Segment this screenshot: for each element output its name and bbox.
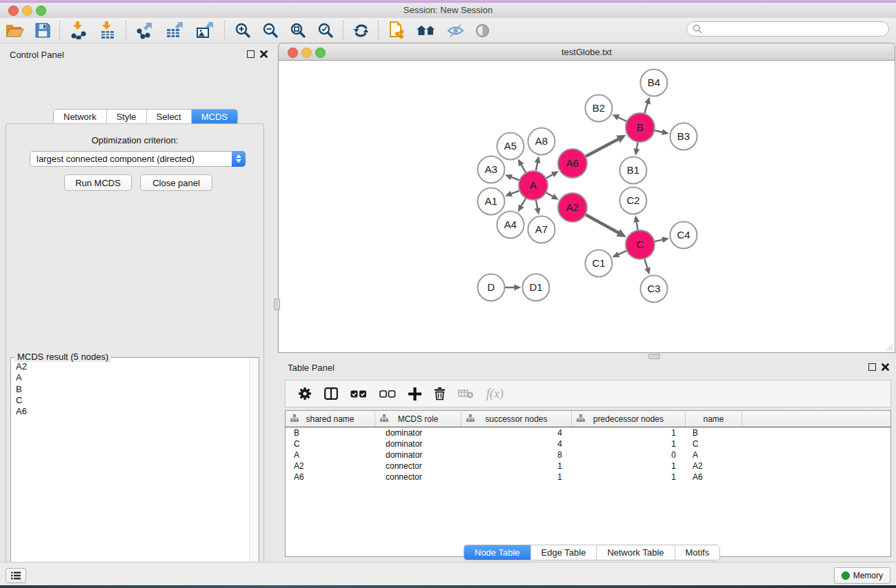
delete-columns-icon[interactable] (434, 387, 446, 401)
tab-mcds[interactable]: MCDS (191, 110, 237, 124)
mcds-result-item[interactable]: A2 (12, 361, 249, 372)
zoom-in-icon (235, 22, 251, 39)
function-builder-icon[interactable]: f(x) (486, 387, 504, 401)
tab-edge-table[interactable]: Edge Table (530, 545, 597, 560)
column-header-MCDS-role[interactable]: MCDS role (375, 411, 461, 427)
tab-network-table[interactable]: Network Table (596, 545, 674, 560)
search-input[interactable] (706, 23, 888, 34)
float-table-panel-icon[interactable] (868, 363, 876, 371)
list-icon (11, 571, 21, 580)
horizontal-splitter-handle[interactable] (274, 298, 280, 310)
graph-edge-arrowhead (515, 285, 521, 291)
export-image-button[interactable] (190, 20, 221, 41)
column-header-predecessor-nodes[interactable]: predecessor nodes (572, 411, 686, 427)
import-network-button[interactable] (64, 20, 93, 41)
graph-edge-arrowhead (644, 267, 650, 275)
show-eye-button[interactable] (470, 20, 495, 41)
open-file-button[interactable] (0, 20, 30, 41)
column-header-successor-nodes[interactable]: successor nodes (461, 411, 572, 427)
graph-edge-arrowhead (535, 156, 541, 163)
graph-node-label: A4 (504, 219, 517, 230)
memory-label: Memory (853, 571, 883, 580)
tab-style[interactable]: Style (106, 110, 146, 124)
refresh-icon (353, 23, 369, 39)
memory-button[interactable]: Memory (834, 567, 890, 584)
table-panel-tabs: Node Table Edge Table Network Table Moti… (464, 545, 720, 560)
mcds-result-list: A2ABCA6 (12, 361, 249, 588)
mcds-result-item[interactable]: C (12, 395, 249, 406)
graph-node-label: A5 (504, 140, 517, 152)
table-cell: 8 (461, 450, 572, 460)
memory-status-dot (842, 571, 850, 580)
mcds-result-item[interactable]: B (12, 384, 249, 395)
toolbar-separator (126, 21, 127, 40)
close-panel-button[interactable]: Close panel (140, 174, 212, 191)
table-row[interactable]: A2connector11A2 (286, 460, 890, 472)
table-cell: A (286, 450, 375, 460)
table-cell: 1 (461, 472, 572, 482)
table-cell: dominator (375, 450, 461, 460)
settings-gear-icon[interactable] (298, 387, 312, 401)
network-canvas[interactable]: B4B2BB3A5A8A6A3B1AC2A1A2A4A7C4CC1DD1C3 (278, 61, 895, 353)
toolbar-separator (343, 21, 344, 40)
network-snapshot-button[interactable] (383, 20, 411, 41)
home-layouts-button[interactable] (411, 20, 441, 41)
table-row[interactable]: A6connector11A6 (286, 472, 890, 483)
network-snapshot-icon (388, 21, 406, 40)
dropdown-stepper (232, 151, 246, 167)
tab-network[interactable]: Network (54, 110, 106, 124)
mcds-result-item[interactable]: A6 (12, 406, 249, 417)
column-header-shared-name[interactable]: shared name (286, 411, 375, 427)
column-layout-icon[interactable] (324, 387, 338, 400)
close-panel-icon[interactable] (260, 50, 268, 58)
export-network-button[interactable] (130, 20, 160, 41)
import-table-button[interactable] (93, 20, 122, 41)
graph-edge-arrowhead (633, 215, 639, 223)
window-resize-grip[interactable] (885, 343, 893, 351)
table-cell: A2 (286, 461, 375, 471)
task-history-button[interactable] (6, 568, 26, 583)
table-cell: A6 (286, 472, 375, 482)
graph-node-label: A7 (535, 223, 548, 235)
zoom-out-button[interactable] (257, 20, 284, 41)
delete-table-icon[interactable] (458, 389, 474, 399)
zoom-selected-button[interactable] (312, 20, 339, 41)
mcds-result-scrollbar[interactable] (249, 358, 259, 588)
table-row[interactable]: Cdominator41C (286, 438, 890, 449)
tab-motifs[interactable]: Motifs (675, 545, 720, 560)
graph-edge-arrowhead (505, 174, 512, 180)
add-column-icon[interactable] (408, 387, 421, 401)
table-cell: B (286, 428, 375, 438)
hide-selected-button[interactable] (441, 20, 470, 41)
optimization-dropdown[interactable]: largest connected component (directed) (30, 151, 246, 167)
refresh-button[interactable] (348, 20, 375, 41)
zoom-in-button[interactable] (229, 20, 257, 41)
search-field[interactable] (686, 21, 889, 37)
deselect-all-checkboxes-icon[interactable] (379, 389, 396, 398)
table-panel: Table Panel (278, 358, 896, 562)
run-mcds-button[interactable]: Run MCDS (64, 174, 132, 191)
table-row[interactable]: Bdominator41B (286, 427, 890, 438)
close-table-panel-icon[interactable] (882, 363, 889, 371)
column-header-name[interactable]: name (686, 411, 742, 427)
tab-node-table[interactable]: Node Table (464, 545, 530, 560)
graph-node-label: B1 (627, 164, 639, 176)
float-panel-icon[interactable] (247, 50, 255, 58)
network-window-titlebar[interactable]: testGlobe.txt (278, 43, 895, 61)
cytoscape-app: Session: New Session (0, 0, 896, 588)
export-table-button[interactable] (160, 20, 190, 41)
zoom-fit-button[interactable] (284, 20, 312, 41)
column-header-filler (742, 411, 890, 427)
graph-node-label: D (488, 281, 495, 293)
gradient-eye-icon (475, 23, 490, 38)
search-icon (693, 24, 702, 34)
graph-node-label: A2 (566, 201, 579, 213)
main-toolbar (0, 18, 896, 43)
export-table-icon (166, 21, 185, 39)
mcds-result-item[interactable]: A (12, 372, 249, 383)
tab-select[interactable]: Select (146, 110, 191, 124)
table-row[interactable]: Adominator80A (286, 449, 890, 460)
save-session-button[interactable] (30, 20, 56, 41)
table-cell: A2 (686, 461, 742, 471)
select-all-checkboxes-icon[interactable] (350, 389, 367, 398)
